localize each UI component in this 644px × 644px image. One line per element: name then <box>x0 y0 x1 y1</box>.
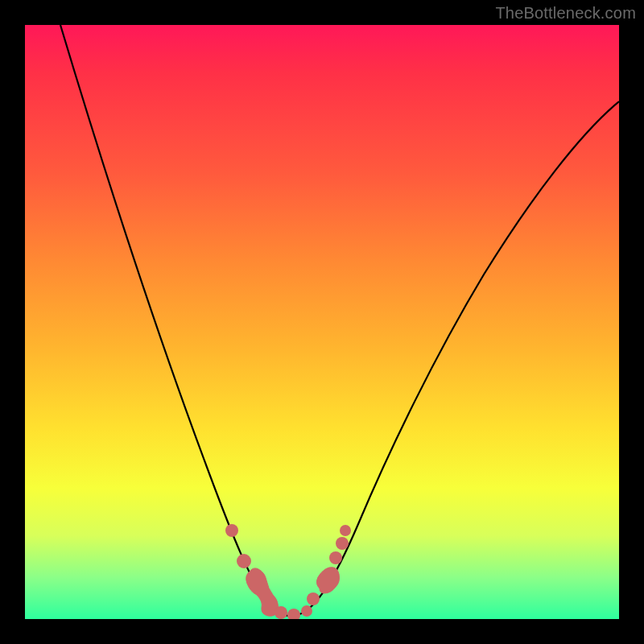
marker-dot <box>307 592 320 605</box>
marker-dot <box>329 551 342 564</box>
marker-dot <box>237 554 251 568</box>
marker-dot <box>336 537 349 550</box>
marker-dot <box>301 605 312 617</box>
watermark-text: TheBottleneck.com <box>495 4 636 23</box>
marker-dot <box>340 525 351 536</box>
curve-markers <box>225 524 351 619</box>
marker-dot <box>225 524 238 537</box>
chart-plot-area <box>25 25 619 619</box>
marker-cluster <box>246 568 279 616</box>
bottleneck-curve <box>60 25 619 616</box>
marker-dot <box>275 606 287 619</box>
marker-dot <box>287 609 300 619</box>
outer-frame: TheBottleneck.com <box>0 0 644 644</box>
bottleneck-curve-svg <box>25 25 619 619</box>
marker-cluster <box>316 568 339 593</box>
